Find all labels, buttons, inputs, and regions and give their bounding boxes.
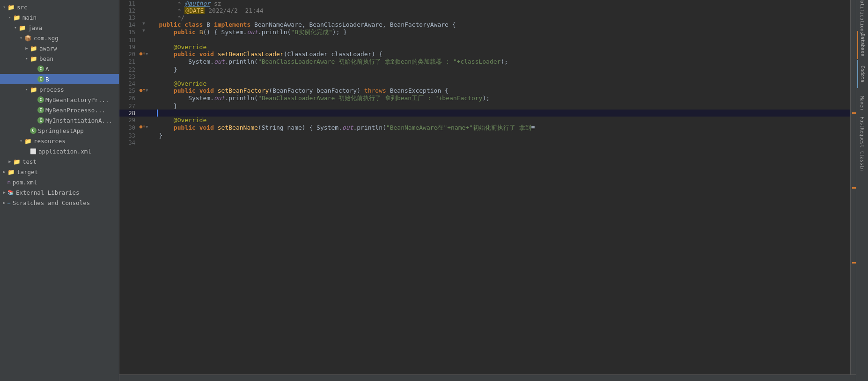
line-number: 12: [119, 7, 139, 14]
database-tab[interactable]: Database: [857, 31, 868, 59]
editor-area: 11 * @author sz 12 * @DATE 20: [119, 0, 856, 381]
chevron-icon: ▾: [19, 139, 23, 143]
lib-icon: 📚: [7, 190, 14, 196]
line-number: 18: [119, 37, 139, 44]
table-row: 13 */: [119, 14, 850, 21]
code-line: System.out.println("BeanClassLoaderAware…: [157, 94, 850, 103]
table-row: 30 ●↑ ▼ public void setBeanName(String n…: [119, 124, 850, 132]
maven-label: Maven: [860, 96, 865, 110]
sidebar-item-mybeanprocesso[interactable]: ▶ C MyBeanProcesso...: [0, 105, 119, 115]
code-line: * @DATE 2022/4/2 21:44: [157, 7, 850, 14]
line-number: 20: [119, 51, 139, 58]
code-line: [157, 139, 850, 146]
folder-icon: 📁: [19, 24, 26, 31]
sidebar-item-test[interactable]: ▶ 📁 test: [0, 156, 119, 167]
sidebar-item-process[interactable]: ▾ 📁 process: [0, 84, 119, 95]
sidebar-item-external-libraries[interactable]: ▶ 📚 External Libraries: [0, 187, 119, 198]
chevron-icon: ▶: [7, 159, 12, 164]
code-line: public void setBeanClassLoader(ClassLoad…: [157, 51, 850, 58]
sidebar-item-springtestapp[interactable]: ▶ C SpringTestApp: [0, 125, 119, 136]
folder-icon: 📁: [7, 4, 15, 11]
sidebar-item-scratches[interactable]: ▶ ✏ Scratches and Consoles: [0, 198, 119, 208]
sidebar-item-A[interactable]: ▶ C A: [0, 64, 119, 74]
chevron-icon: ▶: [24, 46, 29, 51]
classin-tab[interactable]: ClassIn: [857, 147, 868, 175]
gutter-cell: ●↑ ▼: [139, 124, 148, 130]
sidebar-item-label: Scratches and Consoles: [13, 199, 90, 206]
fold-icon[interactable]: ▼: [142, 21, 145, 26]
sidebar-item-pomxml[interactable]: ▶ m pom.xml: [0, 177, 119, 187]
sidebar-item-label: awarw: [39, 45, 57, 52]
classin-label: ClassIn: [860, 151, 865, 171]
chevron-icon: ▾: [7, 15, 12, 20]
sidebar-item-label: External Libraries: [16, 189, 79, 196]
chevron-icon: ▾: [24, 87, 29, 92]
fold-icon[interactable]: ▼: [146, 88, 148, 93]
code-line[interactable]: [157, 110, 850, 117]
table-row: 24 @Override: [119, 80, 850, 87]
code-editor[interactable]: 11 * @author sz 12 * @DATE 20: [119, 0, 850, 374]
table-row: 14 ▼ public class B implements BeanNameA…: [119, 21, 850, 28]
table-row: 34: [119, 139, 850, 146]
sidebar-item-label: src: [17, 4, 28, 11]
chevron-icon: ▾: [24, 56, 29, 61]
folder-icon: 📁: [13, 158, 21, 165]
sidebar-item-applicationxml[interactable]: ▶ ⬜ application.xml: [0, 146, 119, 156]
sidebar-item-myinstantiationa[interactable]: ▶ C MyInstantiationA...: [0, 115, 119, 125]
line-number: 23: [119, 73, 139, 80]
sidebar-item-label: MyBeanFactoryPr...: [45, 96, 109, 103]
sidebar-item-src[interactable]: ▾ 📁 src: [0, 2, 119, 12]
line-number: 34: [119, 139, 139, 146]
sidebar-item-main[interactable]: ▾ 📁 main: [0, 12, 119, 22]
sidebar-item-mybeanfactorypr[interactable]: ▶ C MyBeanFactoryPr...: [0, 95, 119, 105]
code-line: @Override: [157, 80, 850, 87]
fold-icon[interactable]: ▼: [146, 125, 148, 129]
line-number: 28: [119, 110, 139, 117]
horizontal-scrollbar[interactable]: [119, 374, 856, 381]
sidebar-item-bean[interactable]: ▾ 📁 bean: [0, 53, 119, 64]
sidebar-item-target[interactable]: ▶ 📁 target: [0, 167, 119, 177]
xml-icon: ⬜: [30, 148, 37, 154]
sidebar-item-label: process: [39, 86, 64, 93]
codota-tab[interactable]: Codota: [857, 60, 868, 88]
sidebar-item-resources[interactable]: ▾ 📁 resources: [0, 136, 119, 146]
code-line: @Override: [157, 44, 850, 51]
table-row: 26 System.out.println("BeanClassLoaderAw…: [119, 94, 850, 103]
chevron-icon: ▶: [2, 169, 7, 174]
table-row: 15 ▼ public B() { System.out.println("B实…: [119, 28, 850, 37]
class-icon: C: [37, 76, 44, 82]
maven-tab[interactable]: Maven: [857, 89, 868, 117]
fold-icon[interactable]: ▼: [146, 51, 148, 56]
class-icon: C: [30, 127, 37, 134]
code-line: * @author sz: [157, 0, 850, 7]
fastrequest-tab[interactable]: FastRequest: [857, 118, 868, 146]
chevron-icon: ▾: [2, 5, 7, 9]
sidebar-item-java[interactable]: ▾ 📁 java: [0, 22, 119, 33]
line-number: 13: [119, 14, 139, 21]
line-number: 27: [119, 103, 139, 110]
sidebar-item-label: pom.xml: [13, 179, 37, 186]
sidebar-item-awarw[interactable]: ▶ 📁 awarw: [0, 43, 119, 53]
table-row: 20 ●↑ ▼ public void setBeanClassLoader(C…: [119, 51, 850, 58]
code-line: public void setBeanFactory(BeanFactory b…: [157, 87, 850, 94]
sidebar-item-comsgg[interactable]: ▾ 📦 com.sgg: [0, 33, 119, 43]
right-panel: Notifications Database Codota Maven Fast…: [856, 0, 868, 381]
table-row: 11 * @author sz: [119, 0, 850, 7]
code-table: 11 * @author sz 12 * @DATE 20: [119, 0, 850, 146]
fold-icon[interactable]: ▼: [142, 28, 145, 33]
sidebar-item-label: A: [45, 66, 49, 73]
line-number: 24: [119, 80, 139, 87]
notifications-tab[interactable]: Notifications: [857, 2, 868, 30]
sidebar-item-label: test: [22, 158, 37, 165]
code-line: public class B implements BeanNameAware,…: [157, 21, 850, 28]
table-row: 23: [119, 73, 850, 80]
sidebar-item-B[interactable]: ▶ C B: [0, 74, 119, 84]
chevron-icon: ▶: [2, 190, 7, 195]
table-row: 33 }: [119, 132, 850, 139]
sidebar-item-label: java: [28, 24, 42, 31]
sidebar-item-label: B: [45, 76, 49, 83]
chevron-icon: ▾: [19, 36, 23, 40]
sidebar-item-label: resources: [34, 138, 66, 145]
file-tree: ▾ 📁 src ▾ 📁 main ▾ 📁 java ▾ 📦 com.sgg ▶ …: [0, 0, 119, 381]
line-number: 33: [119, 132, 139, 139]
